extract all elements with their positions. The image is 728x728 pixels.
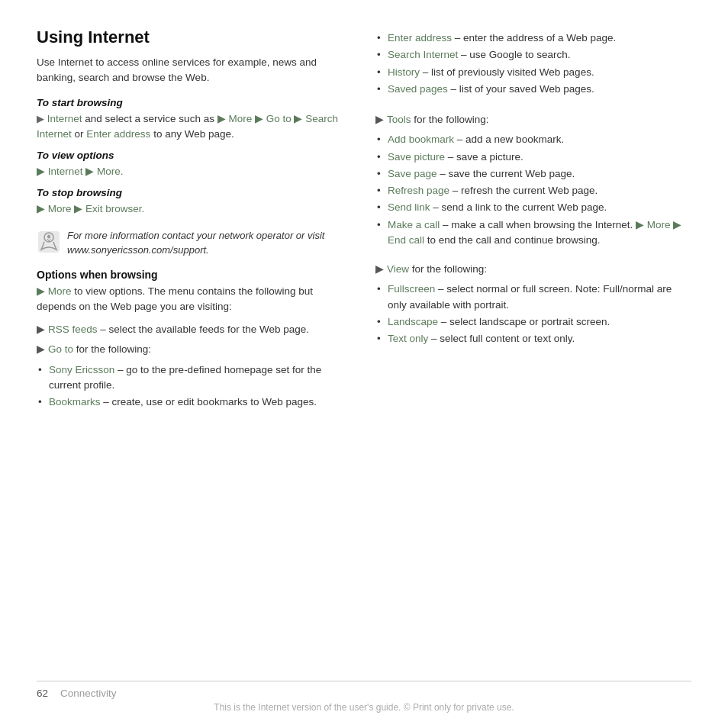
note-text: For more information contact your networ… — [67, 228, 353, 258]
enter-address-text: – enter the address of a Web page. — [455, 32, 616, 43]
enter-address-item: Enter address – enter the address of a W… — [375, 31, 691, 46]
bookmarks-text: – create, use or edit bookmarks to Web p… — [103, 396, 317, 407]
footer-main: 62 Connectivity — [37, 688, 691, 699]
send-link-link: Send link — [388, 201, 430, 213]
bookmarks-link: Bookmarks — [49, 396, 101, 407]
view-item: ▶ View for the following: — [375, 262, 691, 277]
add-bookmark-text: – add a new bookmark. — [457, 134, 564, 145]
refresh-page-text: – refresh the current Web page. — [453, 185, 598, 196]
sony-ericsson-link: Sony Ericsson — [49, 364, 114, 375]
page: Using Internet Use Internet to access on… — [0, 0, 728, 728]
save-picture-item: Save picture – save a picture. — [375, 150, 691, 165]
make-a-call-link: Make a call — [388, 219, 440, 230]
send-link-text: – send a link to the current Web page. — [433, 201, 607, 213]
start-browsing-instruction: ▶ Internet and select a service such as … — [37, 111, 353, 143]
bookmarks-item: Bookmarks – create, use or edit bookmark… — [37, 395, 353, 410]
save-page-item: Save page – save the current Web page. — [375, 166, 691, 182]
search-internet-link: Search Internet — [388, 49, 458, 60]
options-intro: ▶ More to view options. The menu contain… — [37, 284, 353, 315]
search-internet-text: – use Google to search. — [461, 49, 570, 60]
text-only-text: – select full content or text only. — [431, 333, 575, 344]
svg-point-2 — [47, 234, 50, 238]
view-content: View for the following: — [387, 262, 487, 277]
page-title: Using Internet — [37, 27, 353, 47]
view-options-instruction: ▶ Internet ▶ More. — [37, 164, 353, 179]
section-stop-browsing-heading: To stop browsing — [37, 187, 353, 198]
saved-pages-text: – list of your saved Web pages. — [451, 83, 594, 95]
send-link-item: Send link – send a link to the current W… — [375, 200, 691, 215]
history-link: History — [388, 66, 420, 78]
goto-item: ▶ Go to for the following: — [37, 342, 353, 357]
start-browsing-text-1: and select a service such as — [85, 113, 217, 124]
intro-text: Use Internet to access online services f… — [37, 55, 353, 86]
enter-address-link-left: Enter address — [86, 128, 150, 140]
start-browsing-text-3: to any Web page. — [153, 128, 234, 140]
stop-browsing-links: ▶ More ▶ Exit browser. — [37, 203, 144, 214]
start-browsing-text-2: or — [75, 128, 87, 140]
note-box: For more information contact your networ… — [37, 228, 353, 258]
arrow-tools: ▶ — [375, 112, 384, 127]
footer-page-number: 62 — [37, 688, 48, 699]
saved-pages-link: Saved pages — [388, 83, 448, 95]
arrow-view: ▶ — [375, 262, 384, 277]
view-text: for the following: — [412, 263, 487, 275]
fullscreen-item: Fullscreen – select normal or full scree… — [375, 282, 691, 313]
footer-notice: This is the Internet version of the user… — [37, 702, 691, 713]
text-only-link: Text only — [388, 333, 428, 344]
tools-link: Tools — [387, 114, 411, 125]
search-internet-item: Search Internet – use Google to search. — [375, 47, 691, 63]
arrow-icon-1: ▶ — [37, 113, 44, 124]
section-start-browsing-heading: To start browsing — [37, 97, 353, 108]
right-column: Enter address – enter the address of a W… — [375, 27, 691, 673]
landscape-link: Landscape — [388, 316, 438, 327]
goto-content: Go to for the following: — [48, 342, 151, 357]
more-link: ▶ More — [37, 285, 72, 297]
view-options-links: ▶ Internet ▶ More. — [37, 166, 124, 177]
section-view-options-heading: To view options — [37, 150, 353, 161]
rss-feeds-link: RSS feeds — [48, 324, 98, 335]
landscape-text: – select landscape or portrait screen. — [441, 316, 610, 327]
arrow-rss: ▶ — [37, 322, 45, 337]
make-a-call-item: Make a call – make a call when browsing … — [375, 217, 691, 249]
rss-feeds-content: RSS feeds – select the available feeds f… — [48, 322, 309, 337]
goto-link: Go to — [48, 343, 73, 355]
enter-address-list: Enter address – enter the address of a W… — [375, 31, 691, 97]
history-item: History – list of previously visited Web… — [375, 65, 691, 80]
tools-content: Tools for the following: — [387, 112, 489, 127]
enter-address-link: Enter address — [388, 32, 452, 43]
goto-bullets: Sony Ericsson – go to the pre-defined ho… — [37, 362, 353, 411]
make-a-call-text: – make a call when browsing the Internet… — [443, 219, 636, 230]
text-only-item: Text only – select full content or text … — [375, 331, 691, 346]
footer: 62 Connectivity This is the Internet ver… — [37, 681, 691, 713]
landscape-item: Landscape – select landscape or portrait… — [375, 314, 691, 330]
rss-feeds-item: ▶ RSS feeds – select the available feeds… — [37, 322, 353, 337]
save-page-link: Save page — [388, 168, 437, 179]
sony-ericsson-item: Sony Ericsson – go to the pre-defined ho… — [37, 362, 353, 394]
save-page-text: – save the current Web page. — [440, 168, 575, 179]
save-picture-text: – save a picture. — [448, 151, 523, 163]
saved-pages-item: Saved pages – list of your saved Web pag… — [375, 82, 691, 97]
refresh-page-item: Refresh page – refresh the current Web p… — [375, 183, 691, 198]
add-bookmark-item: Add bookmark – add a new bookmark. — [375, 132, 691, 147]
arrow-goto: ▶ — [37, 342, 45, 357]
end-call-text: to end the call and continue browsing. — [427, 234, 601, 246]
rss-feeds-text: – select the available feeds for the Web… — [100, 324, 309, 335]
view-link: View — [387, 263, 409, 275]
note-icon — [37, 230, 61, 254]
refresh-page-link: Refresh page — [388, 185, 449, 196]
footer-section: Connectivity — [60, 688, 117, 699]
save-picture-link: Save picture — [388, 151, 445, 163]
view-bullets: Fullscreen – select normal or full scree… — [375, 282, 691, 346]
history-text: – list of previously visited Web pages. — [423, 66, 594, 78]
goto-text: for the following: — [76, 343, 151, 355]
content-area: Using Internet Use Internet to access on… — [37, 27, 691, 673]
tools-item: ▶ Tools for the following: — [375, 112, 691, 127]
left-column: Using Internet Use Internet to access on… — [37, 27, 353, 673]
options-intro-text: to view options. The menu contains the f… — [37, 285, 313, 312]
fullscreen-link: Fullscreen — [388, 283, 435, 295]
stop-browsing-instruction: ▶ More ▶ Exit browser. — [37, 201, 353, 217]
add-bookmark-link: Add bookmark — [388, 134, 454, 145]
tools-text: for the following: — [414, 114, 488, 125]
tools-bullets: Add bookmark – add a new bookmark. Save … — [375, 132, 691, 248]
internet-link-1: Internet — [47, 113, 82, 124]
